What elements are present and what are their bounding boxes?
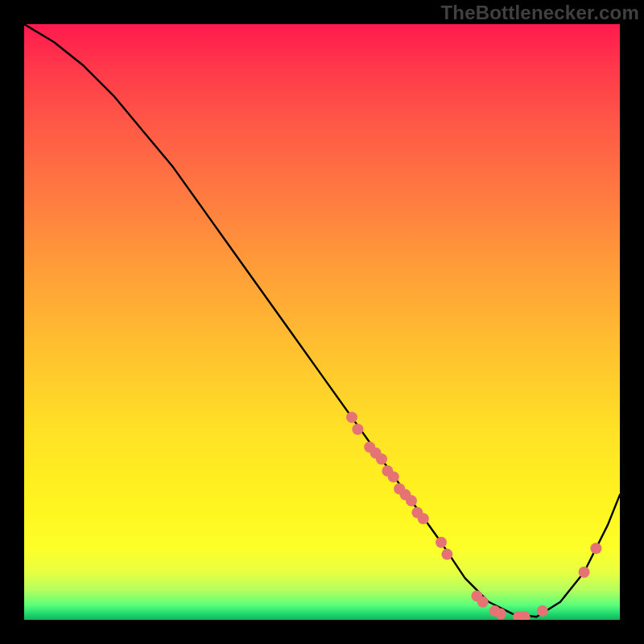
curve-layer [24, 24, 620, 617]
bottleneck-curve [24, 24, 620, 617]
data-point [346, 411, 357, 423]
data-point [495, 609, 506, 620]
data-point [579, 567, 590, 578]
data-point [406, 495, 417, 506]
data-point [441, 549, 452, 560]
data-point [590, 543, 601, 554]
marker-layer [346, 411, 601, 620]
chart-svg [24, 24, 620, 620]
data-point [537, 605, 548, 617]
data-point [418, 513, 429, 524]
data-point [388, 471, 399, 482]
data-point [352, 423, 363, 435]
data-point [376, 453, 387, 464]
plot-area [24, 24, 620, 620]
chart-frame: TheBottlenecker.com [0, 0, 644, 644]
watermark-text: TheBottlenecker.com [440, 2, 639, 24]
data-point [436, 537, 447, 548]
data-point [477, 597, 489, 608]
